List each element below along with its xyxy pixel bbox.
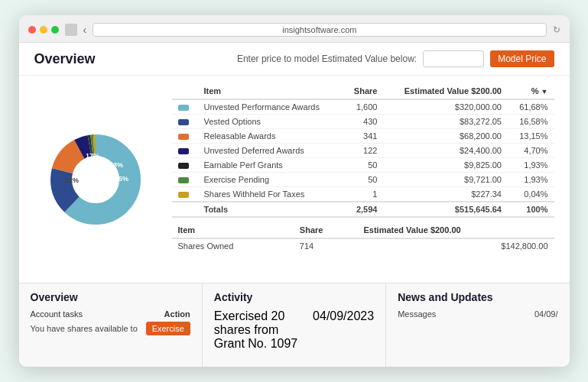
shares-col-value: Estimated Value $200.00 (357, 222, 554, 238)
table-row: Vested Options 430 $83,272.05 16,58% (172, 115, 554, 129)
browser-content: Overview Enter price to model Estimated … (19, 43, 570, 367)
row-color-cell (172, 115, 198, 129)
browser-window: ‹ insightsoftware.com ↻ Overview Enter p… (19, 15, 570, 367)
row-color-cell (172, 144, 198, 158)
row-share: 341 (343, 129, 384, 144)
model-price-label: Enter price to model Estimated Value bel… (237, 53, 417, 64)
shares-owned-share: 714 (294, 238, 358, 253)
news-date: 04/09/ (534, 309, 558, 319)
row-pct: 1,93% (508, 173, 554, 187)
svg-text:62%: 62% (65, 176, 79, 184)
row-item: Vested Options (198, 115, 343, 129)
row-color-cell (172, 173, 198, 187)
color-indicator (178, 134, 189, 140)
close-button[interactable] (28, 26, 36, 34)
model-price-button[interactable]: Model Price (490, 50, 554, 67)
col-header-pct: % ▼ (508, 83, 554, 99)
row-value: $9,825.00 (383, 158, 508, 173)
color-indicator (178, 177, 189, 183)
page-header: Overview Enter price to model Estimated … (19, 43, 570, 76)
activity-item: Exercised 20 shares from Grant No. 1097 … (214, 309, 374, 351)
main-content: 62% 17% 13% 5% Item Share Estimated Valu… (19, 76, 570, 283)
address-bar[interactable]: insightsoftware.com (93, 23, 546, 37)
row-item: Unvested Performance Awards (198, 99, 343, 115)
row-pct: 13,15% (508, 129, 554, 144)
refresh-icon[interactable]: ↻ (553, 24, 560, 35)
shares-owned-value: $142,800.00 (357, 238, 554, 253)
col-header-share: Share (343, 83, 384, 99)
maximize-button[interactable] (51, 26, 59, 34)
row-color-cell (172, 129, 198, 144)
model-price-input[interactable] (423, 50, 484, 67)
row-color-cell (172, 187, 198, 202)
row-share: 1 (343, 187, 384, 202)
traffic-lights (28, 26, 59, 34)
row-share: 1,600 (343, 99, 384, 115)
totals-share: 2,594 (343, 202, 384, 217)
row-item: Releasable Awards (198, 129, 343, 144)
table-row: Unvested Performance Awards 1,600 $320,0… (172, 99, 554, 115)
totals-color-cell (172, 202, 198, 217)
overview-panel-title: Overview (31, 291, 190, 303)
row-value: $24,400.00 (383, 144, 508, 158)
svg-text:5%: 5% (119, 175, 128, 183)
shares-owned-table: Item Share Estimated Value $200.00 Share… (172, 222, 554, 253)
svg-text:17%: 17% (86, 152, 99, 160)
row-pct: 61,68% (508, 99, 554, 115)
col-header-color (172, 83, 198, 99)
shares-owned-item: Shares Owned (172, 238, 294, 253)
action-label: Action (164, 309, 190, 319)
row-item: Shares Withheld For Taxes (198, 187, 343, 202)
col-header-value: Estimated Value $200.00 (383, 83, 508, 99)
color-indicator (178, 192, 189, 198)
news-items: Messages 04/09/ (398, 309, 557, 319)
color-indicator (178, 163, 189, 169)
row-share: 122 (343, 144, 384, 158)
back-arrow-icon[interactable]: ‹ (83, 24, 87, 36)
sort-icon: ▼ (541, 88, 548, 96)
color-indicator (178, 105, 189, 111)
row-pct: 16,58% (508, 115, 554, 129)
news-item: Messages 04/09/ (398, 309, 557, 319)
row-item: Exercise Pending (198, 173, 343, 187)
row-pct: 4,70% (508, 144, 554, 158)
chart-area: 62% 17% 13% 5% (34, 83, 157, 275)
row-item: Unvested Deferred Awards (198, 144, 343, 158)
row-color-cell (172, 158, 198, 173)
table-row: Releasable Awards 341 $68,200.00 13,15% (172, 129, 554, 144)
row-value: $9,721.00 (383, 173, 508, 187)
totals-pct: 100% (508, 202, 554, 217)
activity-date: 04/09/2023 (313, 309, 374, 351)
shares-available-text: You have shares available to (31, 324, 138, 333)
table-row: Shares Withheld For Taxes 1 $227.34 0,04… (172, 187, 554, 202)
model-price-area: Enter price to model Estimated Value bel… (237, 50, 554, 67)
shares-owned-row: Shares Owned 714 $142,800.00 (172, 238, 554, 253)
row-pct: 0,04% (508, 187, 554, 202)
row-value: $68,200.00 (383, 129, 508, 144)
row-color-cell (172, 99, 198, 115)
table-row: Earnable Perf Grants 50 $9,825.00 1,93% (172, 158, 554, 173)
totals-row: Totals 2,594 $515,645.64 100% (172, 202, 554, 217)
row-share: 50 (343, 173, 384, 187)
account-tasks-label: Account tasks (31, 309, 83, 319)
overview-panel-content: You have shares available to Exercise (31, 322, 190, 335)
overview-panel-header-row: Account tasks Action (31, 309, 190, 319)
exercise-button[interactable]: Exercise (146, 322, 190, 335)
row-item: Earnable Perf Grants (198, 158, 343, 173)
table-row: Unvested Deferred Awards 122 $24,400.00 … (172, 144, 554, 158)
col-header-item: Item (198, 83, 343, 99)
svg-text:13%: 13% (109, 161, 123, 169)
activity-panel: Activity Exercised 20 shares from Grant … (203, 283, 386, 367)
shares-col-item: Item (172, 222, 294, 238)
row-share: 430 (343, 115, 384, 129)
shares-col-share: Share (294, 222, 358, 238)
news-description: Messages (398, 309, 436, 319)
donut-chart: 62% 17% 13% 5% (42, 126, 149, 233)
page-title: Overview (34, 51, 96, 67)
color-indicator (178, 119, 189, 125)
table-row: Exercise Pending 50 $9,721.00 1,93% (172, 173, 554, 187)
activity-panel-title: Activity (214, 291, 374, 303)
activity-description: Exercised 20 shares from Grant No. 1097 (214, 309, 305, 351)
bottom-panels: Overview Account tasks Action You have s… (19, 283, 570, 367)
minimize-button[interactable] (40, 26, 47, 34)
